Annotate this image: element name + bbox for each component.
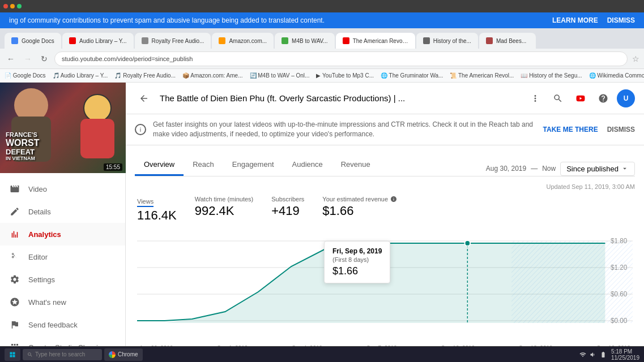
- bookmark-audio[interactable]: 🎵 Audio Library – Y...: [53, 72, 108, 79]
- tab-m4b[interactable]: M4B to WAV...: [275, 33, 335, 49]
- nav-label-settings: Settings: [28, 275, 55, 284]
- nav-item-details[interactable]: Details: [0, 200, 125, 223]
- nav-menu: Video Details Analytics: [0, 173, 125, 346]
- tab-amazon[interactable]: Amazon.com...: [212, 33, 274, 49]
- flag-icon: [9, 319, 20, 330]
- metric-revenue[interactable]: Your estimated revenue $1.66: [322, 196, 397, 223]
- page-header: The Battle of Dien Bien Phu (ft. Overly …: [126, 83, 644, 114]
- scissors-icon: [9, 251, 20, 262]
- bookmark-wikimedia[interactable]: 🌐 Wikimedia Commons: [589, 72, 644, 79]
- nav-forward-browser[interactable]: →: [22, 54, 34, 63]
- browser-tabs: Google Docs Audio Library – Y... Royalty…: [0, 28, 644, 49]
- info-banner: i Get faster insights on your latest vid…: [126, 114, 644, 145]
- taskbar-search[interactable]: Type here to search: [23, 349, 102, 360]
- youtube-icon-btn[interactable]: [572, 89, 590, 107]
- grid-icon: [9, 342, 20, 346]
- metric-views-value: 116.4K: [137, 208, 177, 223]
- tab-reach[interactable]: Reach: [184, 154, 223, 176]
- bookmark-gruminator[interactable]: 🌐 The Gruminator Wa...: [381, 72, 443, 79]
- back-button[interactable]: [135, 89, 153, 107]
- tab-active[interactable]: The American Revol...: [336, 33, 415, 49]
- left-sidebar: FRANCE'S WORST DEFEAT IN VIETNAM 15:55 V…: [0, 83, 126, 346]
- tab-audio-library[interactable]: Audio Library – Y...: [62, 33, 134, 49]
- bookmark-history[interactable]: 📖 History of the Segu...: [521, 72, 582, 79]
- updated-text: Updated Sep 11, 2019, 3:00 AM: [546, 183, 635, 190]
- nav-label-editor: Editor: [28, 253, 48, 261]
- address-bar: ← → ↻ ☆: [0, 49, 644, 69]
- take-me-there-btn[interactable]: TAKE ME THERE: [543, 126, 598, 133]
- tab-royalty-free[interactable]: Royalty Free Audio...: [135, 33, 211, 49]
- bookmark-star[interactable]: ☆: [632, 54, 639, 63]
- page-title: The Battle of Dien Bien Phu (ft. Overly …: [160, 93, 519, 103]
- taskbar-chrome[interactable]: Chrome: [104, 348, 143, 361]
- gear-icon: [9, 274, 20, 285]
- metric-views[interactable]: Views 116.4K: [137, 196, 177, 223]
- bookmark-yt-mp3[interactable]: ▶ YouTube to Mp3 C...: [316, 72, 374, 79]
- taskbar-time: 5:18 PM11/25/2019: [611, 348, 639, 361]
- info-icon: i: [135, 124, 146, 135]
- tab-mad-bees[interactable]: Mad Bees...: [479, 33, 536, 49]
- notification-dismiss-btn[interactable]: DISMISS: [607, 16, 635, 24]
- analytics-section: Overview Reach Engagement Audience Reven: [126, 145, 644, 346]
- metric-revenue-label: Your estimated revenue: [322, 196, 397, 202]
- user-avatar[interactable]: U: [617, 89, 635, 107]
- bookmark-google-docs[interactable]: 📄 Google Docs: [5, 72, 46, 79]
- metric-watchtime[interactable]: Watch time (minutes) 992.4K: [195, 196, 254, 223]
- bookmark-m4b[interactable]: 🔄 M4B to WAV – Onl...: [250, 72, 310, 79]
- close-dot[interactable]: [3, 4, 8, 8]
- video-duration: 15:55: [104, 163, 122, 171]
- maximize-dot[interactable]: [17, 4, 22, 8]
- notification-actions: LEARN MORE DISMISS: [552, 16, 635, 24]
- taskbar-right: 5:18 PM11/25/2019: [579, 348, 639, 361]
- nav-item-video[interactable]: Video: [0, 178, 125, 200]
- video-icon: [9, 183, 20, 195]
- nav-item-whats-new[interactable]: What's new: [0, 291, 125, 313]
- tab-history[interactable]: History of the...: [416, 33, 478, 49]
- learn-more-btn[interactable]: LEARN MORE: [552, 16, 598, 24]
- date-range-label: Since published: [566, 165, 619, 173]
- notification-text: ing of community contributions to preven…: [9, 16, 325, 24]
- search-btn[interactable]: [549, 89, 567, 107]
- bookmark-amazon[interactable]: 📦 Amazon.com: Ame...: [182, 72, 242, 79]
- analytics-tabs: Overview Reach Engagement Audience Reven: [135, 154, 379, 176]
- edit-icon: [9, 206, 20, 217]
- start-button[interactable]: [5, 348, 20, 361]
- bookmark-royalty[interactable]: 🎵 Royalty Free Audio...: [114, 72, 176, 79]
- content-area: The Battle of Dien Bien Phu (ft. Overly …: [126, 83, 644, 346]
- video-thumbnail: FRANCE'S WORST DEFEAT IN VIETNAM 15:55: [0, 83, 126, 173]
- address-input[interactable]: [54, 51, 628, 66]
- wifi-icon: [579, 351, 586, 358]
- nav-item-creator-studio[interactable]: Creator Studio Classic: [0, 336, 125, 346]
- nav-item-editor[interactable]: Editor: [0, 245, 125, 268]
- star-icon: [9, 296, 20, 308]
- nav-item-settings[interactable]: Settings: [0, 268, 125, 291]
- tab-engagement[interactable]: Engagement: [223, 154, 283, 176]
- metric-subscribers[interactable]: Subscribers +419: [271, 196, 304, 223]
- metric-watchtime-label: Watch time (minutes): [195, 196, 254, 202]
- tab-overview[interactable]: Overview: [135, 154, 184, 176]
- nav-item-send-feedback[interactable]: Send feedback: [0, 313, 125, 336]
- more-options-btn[interactable]: [526, 89, 544, 107]
- date-range: Aug 30, 2019 — Now Since published: [486, 162, 635, 176]
- nav-refresh[interactable]: ↻: [39, 54, 50, 63]
- revenue-chart: $1.80 $1.20 $0.60 $0.00: [137, 230, 633, 343]
- help-btn[interactable]: [594, 89, 612, 107]
- tab-revenue[interactable]: Revenue: [332, 154, 379, 176]
- chevron-down-icon: [621, 165, 629, 173]
- minimize-dot[interactable]: [10, 4, 15, 8]
- metric-subscribers-label: Subscribers: [271, 196, 304, 202]
- nav-item-analytics[interactable]: Analytics: [0, 223, 125, 245]
- chart-container: Fri, Sep 6, 2019 (First 8 days) $1.66 $1…: [137, 230, 633, 343]
- info-banner-text: Get faster insights on your latest video…: [153, 120, 536, 139]
- header-actions: U: [526, 89, 635, 107]
- volume-icon: [590, 351, 596, 358]
- tab-audience[interactable]: Audience: [283, 154, 332, 176]
- date-range-selector[interactable]: Since published: [560, 162, 635, 176]
- banner-dismiss-btn[interactable]: DISMISS: [607, 126, 635, 133]
- svg-point-12: [464, 240, 470, 246]
- metric-watchtime-value: 992.4K: [195, 204, 254, 218]
- tab-google-docs[interactable]: Google Docs: [5, 33, 61, 49]
- nav-label-details: Details: [28, 208, 51, 216]
- nav-back-browser[interactable]: ←: [5, 54, 17, 63]
- bookmark-american[interactable]: 📜 The American Revol...: [450, 72, 514, 79]
